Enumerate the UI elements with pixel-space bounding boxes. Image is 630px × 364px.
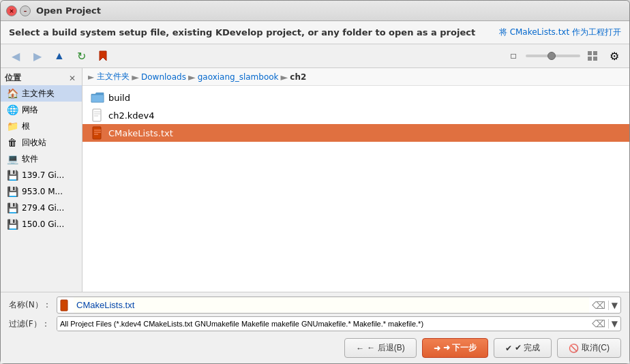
toolbar-right: □ ⚙ <box>504 46 624 65</box>
sidebar-item-network[interactable]: 🌐 网络 <box>1 102 82 118</box>
name-dropdown-button[interactable]: ▼ <box>608 301 620 310</box>
sidebar-item-software[interactable]: 💻 软件 <box>1 151 82 167</box>
sidebar-item-disk2-label: 953.0 M... <box>22 187 63 196</box>
home-icon: 🏠 <box>6 87 18 100</box>
breadcrumb: ► 主文件夹 ► Downloads ► gaoxiang_slambook ►… <box>82 68 629 86</box>
breadcrumb-sep3: ► <box>281 72 288 82</box>
back-label: ← 后退(B) <box>367 342 404 354</box>
trash-icon: 🗑 <box>6 136 18 149</box>
name-input[interactable] <box>74 297 589 313</box>
breadcrumb-sep1: ► <box>132 72 139 82</box>
sidebar-item-home-label: 主文件夹 <box>22 88 55 100</box>
refresh-button[interactable]: ↻ <box>72 46 91 65</box>
network-icon: 🌐 <box>6 104 18 116</box>
filter-row: 过滤(F）： ⌫ ▼ <box>9 316 621 331</box>
next-icon: ➜ <box>434 344 440 353</box>
back-icon: ← <box>356 344 364 353</box>
svg-rect-13 <box>61 300 68 311</box>
main-area: 位置 ✕ 🏠 主文件夹 🌐 网络 📁 根 🗑 回收站 💻 软件 <box>1 68 629 292</box>
disk2-icon: 💾 <box>6 185 18 198</box>
finish-button[interactable]: ✔ ✔ 完成 <box>494 338 552 358</box>
back-button[interactable]: ← ← 后退(B) <box>344 338 416 358</box>
open-cmake-button[interactable]: 将 CMakeLists.txt 作为工程打开 <box>499 27 621 38</box>
sidebar-item-root[interactable]: 📁 根 <box>1 118 82 134</box>
sidebar-item-root-label: 根 <box>22 121 30 132</box>
sidebar-item-disk1-label: 139.7 Gi... <box>22 170 64 180</box>
svg-rect-4 <box>593 57 597 61</box>
finish-label: ✔ 完成 <box>515 342 540 354</box>
window-controls: × – <box>6 5 31 16</box>
svg-rect-3 <box>588 57 592 61</box>
title-bar: × – Open Project <box>1 1 629 21</box>
minimize-window-button[interactable]: – <box>20 5 31 16</box>
cancel-icon: 🚫 <box>569 344 579 353</box>
next-label: ➜ 下一步 <box>443 342 477 354</box>
sidebar-item-disk4[interactable]: 💾 150.0 Gi... <box>1 216 82 232</box>
name-file-icon <box>57 299 74 312</box>
window-title: Open Project <box>36 5 101 16</box>
sidebar-header: 位置 ✕ <box>1 71 82 85</box>
view-button[interactable] <box>583 46 602 65</box>
breadcrumb-home[interactable]: 主文件夹 <box>97 71 130 82</box>
cancel-label: 取消(C) <box>582 342 610 354</box>
svg-rect-9 <box>93 127 101 139</box>
sidebar-item-trash-label: 回收站 <box>22 137 46 149</box>
filter-input-wrapper: ⌫ ▼ <box>57 316 621 331</box>
file-list: build ch2.kdev4 <box>82 86 629 292</box>
main-window: × – Open Project Select a build system s… <box>0 0 630 364</box>
settings-button[interactable]: ⚙ <box>605 46 624 65</box>
sidebar-item-disk3-label: 279.4 Gi... <box>22 203 64 213</box>
name-clear-button[interactable]: ⌫ <box>589 300 608 311</box>
sidebar-item-disk3[interactable]: 💾 279.4 Gi... <box>1 200 82 216</box>
svg-marker-0 <box>100 51 106 61</box>
sidebar-close-button[interactable]: ✕ <box>67 73 78 84</box>
zoom-slider[interactable] <box>526 55 580 57</box>
software-icon: 💻 <box>6 153 18 165</box>
name-label: 名称(N）： <box>9 299 57 311</box>
file-item-kdev4[interactable]: ch2.kdev4 <box>82 106 629 124</box>
root-icon: 📁 <box>6 120 18 132</box>
sidebar-item-disk4-label: 150.0 Gi... <box>22 219 64 229</box>
folder-icon <box>91 91 104 104</box>
sidebar-item-disk2[interactable]: 💾 953.0 M... <box>1 183 82 200</box>
content-area: ► 主文件夹 ► Downloads ► gaoxiang_slambook ►… <box>82 68 629 292</box>
file-name-cmake: CMakeLists.txt <box>108 128 173 138</box>
disk4-icon: 💾 <box>6 218 18 230</box>
file-name-kdev4: ch2.kdev4 <box>108 110 155 121</box>
back-button[interactable]: ◀ <box>6 46 25 65</box>
sidebar-item-disk1[interactable]: 💾 139.7 Gi... <box>1 167 82 183</box>
bookmark-button[interactable] <box>93 46 112 65</box>
filter-dropdown-button[interactable]: ▼ <box>608 319 620 329</box>
svg-rect-1 <box>588 51 592 55</box>
svg-rect-5 <box>93 109 101 121</box>
breadcrumb-arrow: ► <box>88 72 94 82</box>
svg-rect-2 <box>593 51 597 55</box>
kdev-file-icon <box>91 108 104 122</box>
next-button[interactable]: ➜ ➜ 下一步 <box>422 338 488 358</box>
cancel-button[interactable]: 🚫 取消(C) <box>557 338 621 358</box>
bottom-area: 名称(N）： ⌫ ▼ 过滤(F）： ⌫ ▼ ← <box>1 292 629 363</box>
disk3-icon: 💾 <box>6 202 18 214</box>
preview-toggle-button[interactable]: □ <box>504 46 523 65</box>
toolbar: ◀ ▶ ▲ ↻ □ ⚙ <box>1 44 629 68</box>
breadcrumb-slambook[interactable]: gaoxiang_slambook <box>198 72 279 82</box>
filter-input[interactable] <box>57 317 589 331</box>
forward-button[interactable]: ▶ <box>28 46 47 65</box>
disk1-icon: 💾 <box>6 169 18 181</box>
close-window-button[interactable]: × <box>6 5 17 16</box>
view-icon <box>586 50 599 62</box>
up-button[interactable]: ▲ <box>50 46 69 65</box>
breadcrumb-current: ch2 <box>290 72 306 82</box>
sidebar-item-trash[interactable]: 🗑 回收站 <box>1 134 82 151</box>
instruction-text: Select a build system setup file, existi… <box>9 27 475 37</box>
filter-clear-button[interactable]: ⌫ <box>589 318 608 329</box>
file-item-build[interactable]: build <box>82 89 629 106</box>
sidebar-item-home[interactable]: 🏠 主文件夹 <box>1 85 82 102</box>
file-name-build: build <box>108 93 130 103</box>
toolbar-left: ◀ ▶ ▲ ↻ <box>6 46 112 65</box>
button-bar: ← ← 后退(B) ➜ ➜ 下一步 ✔ ✔ 完成 🚫 取消(C) <box>9 334 621 359</box>
breadcrumb-sep2: ► <box>188 72 196 82</box>
file-item-cmake[interactable]: CMakeLists.txt <box>82 124 629 142</box>
bookmark-icon <box>97 50 109 62</box>
breadcrumb-downloads[interactable]: Downloads <box>141 72 186 82</box>
